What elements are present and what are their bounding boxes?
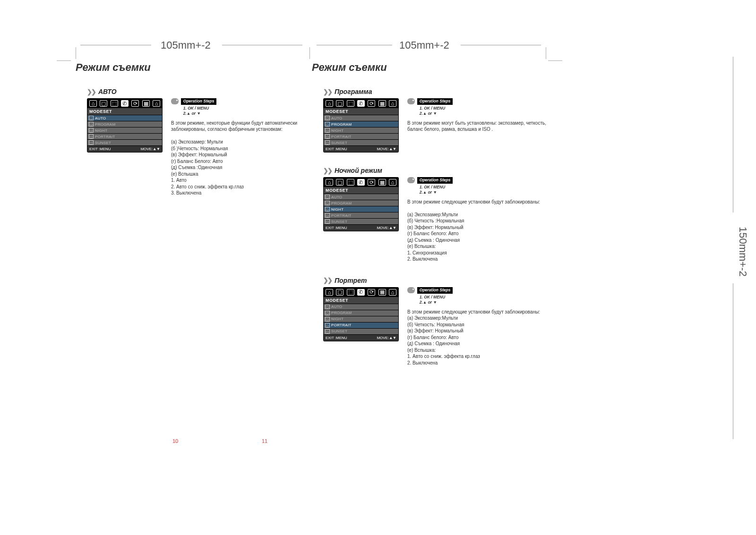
toolbar-icon[interactable]: ⌂ xyxy=(326,179,333,186)
dim-line-top-left-1 xyxy=(80,45,151,45)
mode-label: PORTRAIT xyxy=(95,135,115,139)
modeset-row[interactable]: ◻PORTRAIT xyxy=(87,134,162,139)
page-title-left: Режим съемки xyxy=(76,61,312,74)
section-body: ⌂▢⬚✆⟳▦⌂ MODESET ◻AUTO◻PROGRAM◻NIGHT◻PORT… xyxy=(87,98,312,196)
dim-line-right-bot xyxy=(733,283,733,439)
modeset-row[interactable]: ◻AUTO xyxy=(324,194,398,200)
modeset-row[interactable]: ◻NIGHT xyxy=(324,316,398,322)
description-text: В этом режиме, некоторые функции будут а… xyxy=(171,120,312,196)
dim-line-right-top xyxy=(733,57,733,212)
mode-label: NIGHT xyxy=(331,317,344,321)
modeset-row[interactable]: ◻AUTO xyxy=(324,304,398,310)
modeset-row[interactable]: ◻NIGHT xyxy=(324,206,398,212)
mode-label: AUTO xyxy=(331,116,342,120)
toolbar-icon[interactable]: ▦ xyxy=(142,100,150,107)
toolbar-icon[interactable]: ⟳ xyxy=(368,179,375,186)
modeset-row[interactable]: ◻NIGHT xyxy=(87,127,162,133)
toolbar-icon[interactable]: ⬚ xyxy=(347,289,354,296)
modeset-row[interactable]: ◻PROGRAM xyxy=(324,121,398,127)
toolbar-icon[interactable]: ⌂ xyxy=(89,100,97,107)
toolbar-icon[interactable]: ⌂ xyxy=(326,289,333,296)
modeset-row[interactable]: ◻SUNSET xyxy=(324,140,398,145)
toolbar-icon[interactable]: ✆ xyxy=(357,179,365,186)
modeset-row[interactable]: ◻PORTRAIT xyxy=(324,323,398,328)
opsteps-body: 1. OK / MENU2.▲ or ▼ xyxy=(181,105,217,117)
toolbar-icon[interactable]: ▦ xyxy=(378,100,386,107)
toolbar-icon[interactable]: ⟳ xyxy=(368,100,375,107)
section-heading: ❯❯ Ночной режим xyxy=(323,167,548,174)
toolbar-icon[interactable]: ⌂ xyxy=(389,179,396,186)
modeset-row[interactable]: ◻SUNSET xyxy=(324,219,398,224)
opsteps-title: Operation Steps xyxy=(417,177,453,184)
mode-icon: ◻ xyxy=(325,116,330,120)
toolbar-icon[interactable]: ✆ xyxy=(121,100,129,107)
mode-label: PROGRAM xyxy=(331,311,352,315)
page-number-left: 10 xyxy=(172,438,178,444)
footer-move: MOVE:▲▼ xyxy=(377,147,396,151)
description-column: Operation Steps 1. OK / MENU2.▲ or ▼ В э… xyxy=(407,98,548,133)
modeset-toolbar: ⌂▢⬚✆⟳▦⌂ xyxy=(324,288,398,297)
toolbar-icon[interactable]: ▢ xyxy=(336,100,344,107)
mode-label: SUNSET xyxy=(331,329,347,333)
section-label: Ночной режим xyxy=(335,167,382,174)
modeset-row[interactable]: ◻PORTRAIT xyxy=(324,134,398,139)
right-page: Режим съемки ❯❯ Программа ⌂▢⬚✆⟳▦⌂ MODESE… xyxy=(312,61,548,380)
toolbar-icon[interactable]: ▢ xyxy=(100,100,107,107)
opsteps-title: Operation Steps xyxy=(417,287,453,294)
toolbar-icon[interactable]: ⌂ xyxy=(153,100,160,107)
footer-exit: EXIT :MENU xyxy=(89,147,111,151)
toolbar-icon[interactable]: ▦ xyxy=(378,179,386,186)
modeset-row[interactable]: ◻PROGRAM xyxy=(87,121,162,127)
hand-icon xyxy=(407,98,415,104)
mode-icon: ◻ xyxy=(325,122,330,127)
modeset-row[interactable]: ◻PORTRAIT xyxy=(324,212,398,218)
modeset-toolbar: ⌂▢⬚✆⟳▦⌂ xyxy=(324,178,398,187)
modeset-row[interactable]: ◻NIGHT xyxy=(324,127,398,133)
modeset-row[interactable]: ◻SUNSET xyxy=(87,140,162,145)
mode-label: PORTRAIT xyxy=(331,135,352,139)
section-body: ⌂▢⬚✆⟳▦⌂ MODESET ◻AUTO◻PROGRAM◻NIGHT◻PORT… xyxy=(323,98,548,153)
modeset-row[interactable]: ◻PROGRAM xyxy=(324,200,398,206)
description-column: Operation Steps 1. OK / MENU2.▲ or ▼ В э… xyxy=(407,287,548,366)
toolbar-icon[interactable]: ⌂ xyxy=(326,100,333,107)
mode-icon: ◻ xyxy=(89,122,94,127)
opsteps-body: 1. OK / MENU2.▲ or ▼ xyxy=(417,294,453,306)
mode-icon: ◻ xyxy=(89,128,94,133)
chevron-icon: ❯❯ xyxy=(323,88,332,95)
mode-label: SUNSET xyxy=(95,141,111,145)
toolbar-icon[interactable]: ⬚ xyxy=(111,100,118,107)
toolbar-icon[interactable]: ⌂ xyxy=(389,100,396,107)
toolbar-icon[interactable]: ✆ xyxy=(357,100,365,107)
toolbar-icon[interactable]: ⬚ xyxy=(347,100,354,107)
toolbar-icon[interactable]: ⟳ xyxy=(368,289,375,296)
dim-label-top-left: 105mm+-2 xyxy=(161,39,211,51)
crop-tl-v xyxy=(76,47,76,59)
dim-line-top-right-2 xyxy=(461,45,541,45)
page-title-right: Режим съемки xyxy=(312,61,548,74)
opsteps-title: Operation Steps xyxy=(181,98,217,105)
modeset-footer: EXIT :MENUMOVE:▲▼ xyxy=(324,335,398,341)
toolbar-icon[interactable]: ⟳ xyxy=(131,100,139,107)
section-body: ⌂▢⬚✆⟳▦⌂ MODESET ◻AUTO◻PROGRAM◻NIGHT◻PORT… xyxy=(323,287,548,366)
modeset-panel: ⌂▢⬚✆⟳▦⌂ MODESET ◻AUTO◻PROGRAM◻NIGHT◻PORT… xyxy=(323,177,399,231)
opsteps-title: Operation Steps xyxy=(417,98,453,105)
mode-label: NIGHT xyxy=(331,207,344,212)
toolbar-icon[interactable]: ⬚ xyxy=(347,179,354,186)
modeset-row[interactable]: ◻PROGRAM xyxy=(324,310,398,316)
mode-label: PORTRAIT xyxy=(331,213,352,218)
toolbar-icon[interactable]: ▦ xyxy=(378,289,386,296)
modeset-row[interactable]: ◻AUTO xyxy=(87,115,162,121)
operation-steps: Operation Steps 1. OK / MENU2.▲ or ▼ xyxy=(417,287,453,306)
description-column: Operation Steps 1. OK / MENU2.▲ or ▼ В э… xyxy=(407,177,548,263)
toolbar-icon[interactable]: ✆ xyxy=(357,289,365,296)
modeset-row[interactable]: ◻SUNSET xyxy=(324,329,398,334)
modeset-row[interactable]: ◻AUTO xyxy=(324,115,398,121)
section-heading: ❯❯ АВТО xyxy=(87,88,312,95)
modeset-header: MODESET xyxy=(324,297,398,304)
mode-label: PROGRAM xyxy=(331,201,352,205)
mode-icon: ◻ xyxy=(325,134,330,139)
footer-move: MOVE:▲▼ xyxy=(377,226,396,230)
toolbar-icon[interactable]: ⌂ xyxy=(389,289,396,296)
toolbar-icon[interactable]: ▢ xyxy=(336,289,344,296)
toolbar-icon[interactable]: ▢ xyxy=(336,179,344,186)
